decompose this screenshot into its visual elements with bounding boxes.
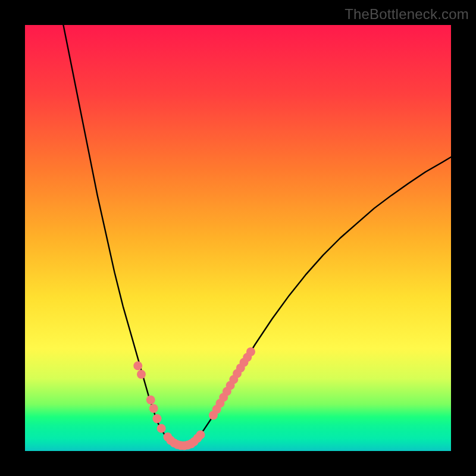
chart-marker xyxy=(152,414,161,423)
bottleneck-curve xyxy=(63,25,451,446)
chart-marker xyxy=(133,361,142,370)
chart-marker xyxy=(246,347,255,356)
chart-svg xyxy=(25,25,451,451)
chart-plot-area xyxy=(25,25,451,451)
chart-marker xyxy=(196,430,205,439)
chart-series-curve xyxy=(63,25,451,446)
chart-marker xyxy=(137,370,146,379)
watermark-text: TheBottleneck.com xyxy=(345,6,469,23)
chart-marker xyxy=(149,404,158,413)
chart-marker xyxy=(146,396,155,405)
chart-marker xyxy=(157,424,166,433)
chart-marker-group xyxy=(133,347,255,450)
chart-frame: TheBottleneck.com xyxy=(0,0,476,476)
